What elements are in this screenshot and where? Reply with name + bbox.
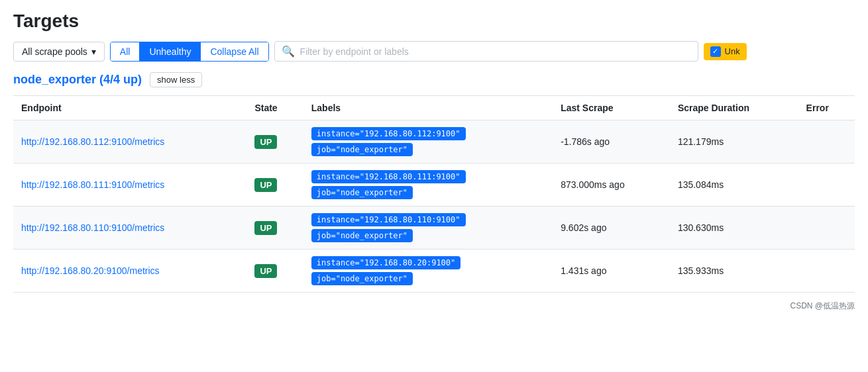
cell-error bbox=[798, 120, 855, 163]
unhealthy-badge-label: Unk bbox=[725, 46, 740, 56]
table-row: http://192.168.80.111:9100/metricsUPinst… bbox=[13, 163, 855, 207]
label-tag: job="node_exporter" bbox=[311, 272, 413, 285]
cell-scrape-duration: 135.084ms bbox=[670, 163, 798, 207]
toolbar: All scrape pools ▾ All Unhealthy Collaps… bbox=[13, 41, 855, 62]
page-title: Targets bbox=[13, 11, 855, 32]
filter-button-group: All Unhealthy Collapse All bbox=[110, 42, 269, 62]
label-tag: instance="192.168.80.111:9100" bbox=[311, 170, 466, 183]
label-tag: instance="192.168.80.112:9100" bbox=[311, 127, 466, 140]
show-less-button[interactable]: show less bbox=[150, 72, 202, 87]
pool-header: node_exporter (4/4 up) show less bbox=[13, 72, 855, 87]
state-badge: UP bbox=[254, 221, 277, 235]
search-input[interactable] bbox=[300, 46, 691, 57]
cell-labels: instance="192.168.80.112:9100"job="node_… bbox=[303, 120, 553, 163]
unhealthy-checkbox[interactable]: ✓ bbox=[710, 46, 721, 57]
table-row: http://192.168.80.20:9100/metricsUPinsta… bbox=[13, 250, 855, 293]
filter-unhealthy-button[interactable]: Unhealthy bbox=[140, 42, 201, 61]
cell-state: UP bbox=[246, 120, 303, 163]
label-tag: job="node_exporter" bbox=[311, 143, 413, 156]
filter-collapse-all-button[interactable]: Collapse All bbox=[201, 42, 268, 61]
cell-error bbox=[798, 163, 855, 207]
cell-last-scrape: 873.000ms ago bbox=[553, 163, 670, 207]
cell-last-scrape: 1.431s ago bbox=[553, 250, 670, 293]
cell-endpoint: http://192.168.80.20:9100/metrics bbox=[13, 250, 246, 293]
state-badge: UP bbox=[254, 135, 277, 149]
unhealthy-badge: ✓ Unk bbox=[704, 43, 747, 60]
footer-note: CSDN @低温热源 bbox=[13, 301, 855, 312]
col-header-error: Error bbox=[798, 96, 855, 120]
search-icon: 🔍 bbox=[282, 45, 295, 58]
search-wrapper: 🔍 bbox=[274, 41, 698, 62]
col-header-last-scrape: Last Scrape bbox=[553, 96, 670, 120]
cell-last-scrape: 9.602s ago bbox=[553, 207, 670, 250]
state-badge: UP bbox=[254, 178, 277, 192]
endpoint-link[interactable]: http://192.168.80.112:9100/metrics bbox=[21, 136, 164, 147]
col-header-scrape-duration: Scrape Duration bbox=[670, 96, 798, 120]
table-row: http://192.168.80.110:9100/metricsUPinst… bbox=[13, 207, 855, 250]
cell-endpoint: http://192.168.80.111:9100/metrics bbox=[13, 163, 246, 207]
endpoint-link[interactable]: http://192.168.80.111:9100/metrics bbox=[21, 179, 164, 190]
pool-title: node_exporter (4/4 up) bbox=[13, 73, 142, 87]
cell-endpoint: http://192.168.80.110:9100/metrics bbox=[13, 207, 246, 250]
cell-scrape-duration: 135.933ms bbox=[670, 250, 798, 293]
label-tag: instance="192.168.80.110:9100" bbox=[311, 213, 466, 226]
cell-labels: instance="192.168.80.111:9100"job="node_… bbox=[303, 163, 553, 207]
endpoint-link[interactable]: http://192.168.80.20:9100/metrics bbox=[21, 265, 160, 276]
filter-all-button[interactable]: All bbox=[111, 42, 140, 61]
cell-labels: instance="192.168.80.20:9100"job="node_e… bbox=[303, 250, 553, 293]
cell-scrape-duration: 121.179ms bbox=[670, 120, 798, 163]
label-tag: job="node_exporter" bbox=[311, 229, 413, 242]
cell-scrape-duration: 130.630ms bbox=[670, 207, 798, 250]
col-header-labels: Labels bbox=[303, 96, 553, 120]
cell-error bbox=[798, 250, 855, 293]
table-header-row: Endpoint State Labels Last Scrape Scrape… bbox=[13, 96, 855, 120]
cell-last-scrape: -1.786s ago bbox=[553, 120, 670, 163]
label-tag: job="node_exporter" bbox=[311, 186, 413, 199]
chevron-down-icon: ▾ bbox=[91, 46, 96, 57]
col-header-state: State bbox=[246, 96, 303, 120]
scrape-pools-label: All scrape pools bbox=[22, 46, 87, 57]
endpoint-link[interactable]: http://192.168.80.110:9100/metrics bbox=[21, 222, 164, 233]
cell-endpoint: http://192.168.80.112:9100/metrics bbox=[13, 120, 246, 163]
state-badge: UP bbox=[254, 264, 277, 278]
table-row: http://192.168.80.112:9100/metricsUPinst… bbox=[13, 120, 855, 163]
label-tag: instance="192.168.80.20:9100" bbox=[311, 256, 461, 269]
cell-error bbox=[798, 207, 855, 250]
cell-state: UP bbox=[246, 250, 303, 293]
cell-labels: instance="192.168.80.110:9100"job="node_… bbox=[303, 207, 553, 250]
cell-state: UP bbox=[246, 207, 303, 250]
scrape-pools-dropdown[interactable]: All scrape pools ▾ bbox=[13, 42, 105, 62]
targets-table: Endpoint State Labels Last Scrape Scrape… bbox=[13, 95, 855, 293]
col-header-endpoint: Endpoint bbox=[13, 96, 246, 120]
cell-state: UP bbox=[246, 163, 303, 207]
